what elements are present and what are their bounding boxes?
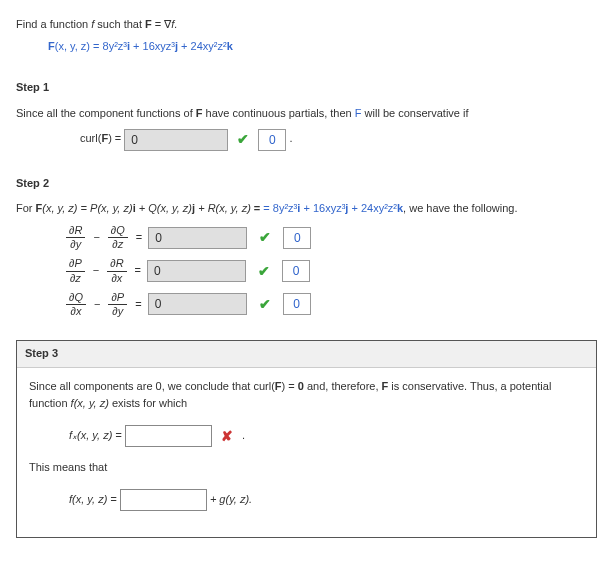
fraction: ∂P∂z [66, 257, 85, 284]
partial-row-1: ∂R∂y − ∂Q∂z = 0 ✔ 0 [64, 224, 597, 251]
partial-row-3: ∂Q∂x − ∂P∂y = 0 ✔ 0 [64, 291, 597, 318]
fraction: ∂Q∂x [66, 291, 86, 318]
check-icon: ✔ [259, 293, 271, 315]
fx-label: fₓ(x, y, z) = [69, 429, 125, 441]
f-input[interactable] [120, 489, 207, 511]
intro-line: Find a function f such that F = ∇f. [16, 16, 597, 34]
step2-text: For F(x, y, z) = P(x, y, z)i + Q(x, y, z… [16, 200, 597, 218]
f-equation: f(x, y, z) = + g(y, z). [69, 489, 584, 511]
check-icon: ✔ [258, 260, 270, 282]
check-icon: ✔ [259, 226, 271, 248]
partial-answer-1: 0 [283, 227, 311, 249]
fraction: ∂R∂y [66, 224, 85, 251]
fraction: ∂R∂x [107, 257, 126, 284]
fx-equation: fₓ(x, y, z) = ✘ . [69, 425, 584, 447]
step2-header: Step 2 [16, 175, 597, 193]
step1-equation: curl(F) = 0 ✔ 0 . [80, 128, 597, 150]
check-icon: ✔ [237, 131, 249, 147]
intro-text: Find a function [16, 18, 91, 30]
intro-equation: F(x, y, z) = 8y²z³i + 16xyz³j + 24xy²z²k [48, 38, 597, 56]
fraction: ∂P∂y [108, 291, 127, 318]
f-label: f(x, y, z) = [69, 493, 120, 505]
partial-answer-2: 0 [282, 260, 310, 282]
partial-answer-3: 0 [283, 293, 311, 315]
step1-text: Since all the component functions of F h… [16, 105, 597, 123]
fraction: ∂Q∂z [108, 224, 128, 251]
curl-answer: 0 [258, 129, 286, 151]
this-means-text: This means that [29, 459, 584, 477]
partial-row-2: ∂P∂z − ∂R∂x = 0 ✔ 0 [64, 257, 597, 284]
partial-input-1[interactable]: 0 [148, 227, 247, 249]
step3-text: Since all components are 0, we conclude … [29, 378, 584, 413]
partial-input-2[interactable]: 0 [147, 260, 246, 282]
curl-input[interactable]: 0 [124, 129, 228, 151]
partial-input-3[interactable]: 0 [148, 293, 247, 315]
fx-input[interactable] [125, 425, 212, 447]
cross-icon: ✘ [221, 428, 233, 444]
step3-container: Step 3 Since all components are 0, we co… [16, 340, 597, 538]
step3-header: Step 3 [17, 341, 596, 368]
f-rhs: + g(y, z). [210, 493, 252, 505]
step1-header: Step 1 [16, 79, 597, 97]
